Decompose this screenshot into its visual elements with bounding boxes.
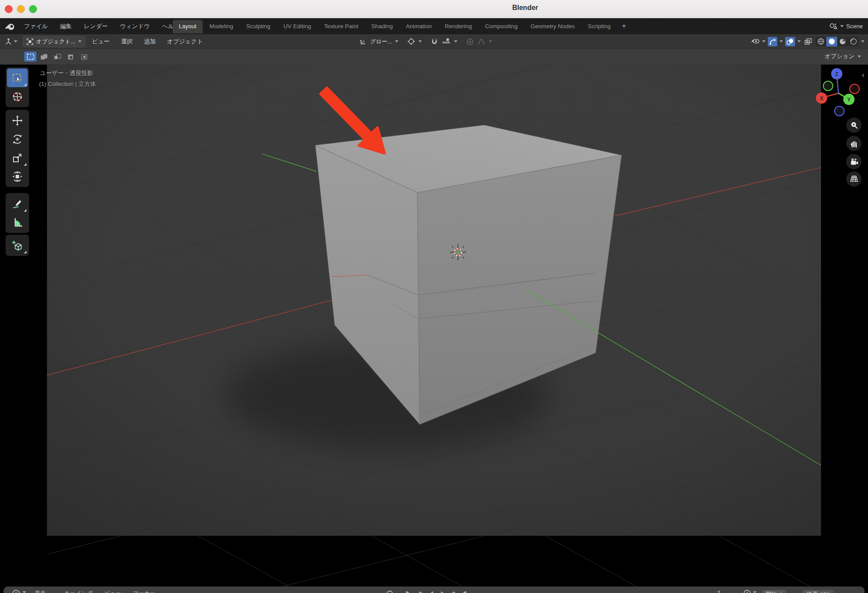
mode-selector[interactable]: オブジェクト...	[23, 36, 85, 47]
tab-geometry-nodes[interactable]: Geometry Nodes	[524, 20, 581, 33]
minimize-button[interactable]	[17, 5, 25, 13]
tab-modeling[interactable]: Modeling	[204, 20, 240, 33]
falloff-curve-icon[interactable]	[477, 38, 486, 46]
clock-icon[interactable]	[12, 590, 20, 593]
frame-end-field[interactable]: 終了 250	[803, 590, 833, 593]
select-set-button[interactable]	[24, 52, 36, 62]
options-dropdown[interactable]: オプション	[825, 52, 861, 60]
tab-layout[interactable]: Layout	[173, 20, 203, 33]
select-extend-button[interactable]	[38, 52, 50, 62]
hand-icon	[850, 139, 858, 148]
chevron-down-icon[interactable]	[454, 40, 457, 43]
pivot-point-icon[interactable]	[407, 37, 415, 46]
ortho-toggle-button[interactable]	[846, 171, 861, 187]
transform-orientation-icon	[359, 38, 367, 46]
menu-file[interactable]: ファイル	[18, 21, 53, 32]
menu-window[interactable]: ウィンドウ	[114, 21, 155, 32]
shading-material-button[interactable]	[837, 37, 848, 46]
tab-shading[interactable]: Shading	[365, 20, 399, 33]
chevron-down-icon	[840, 25, 844, 27]
chevron-down-icon[interactable]	[861, 40, 865, 43]
navigation-gizmo[interactable]: Z X Y	[813, 68, 865, 119]
close-button[interactable]	[5, 5, 13, 13]
tool-move[interactable]	[7, 111, 28, 130]
tab-rendering[interactable]: Rendering	[439, 20, 478, 33]
playback-controls[interactable]	[385, 590, 468, 593]
chevron-down-icon[interactable]	[779, 40, 783, 43]
tab-uv-editing[interactable]: UV Editing	[277, 20, 317, 33]
snap-magnet-icon[interactable]	[431, 38, 438, 46]
gizmo-minus-y-axis[interactable]	[823, 81, 833, 91]
tool-rotate[interactable]	[7, 130, 28, 148]
snap-target-icon[interactable]	[441, 38, 451, 46]
macos-titlebar: Blender	[0, 0, 868, 18]
tool-select-box[interactable]	[7, 69, 28, 87]
transform-icon	[12, 171, 23, 182]
tool-add-cube[interactable]	[7, 236, 28, 255]
tool-cursor[interactable]	[7, 87, 28, 106]
chevron-down-icon[interactable]	[418, 40, 422, 43]
select-invert-button[interactable]	[65, 52, 77, 62]
add-workspace-button[interactable]: +	[618, 20, 630, 33]
chevron-down-icon[interactable]	[395, 40, 398, 43]
toolbar-group-transform	[6, 110, 29, 187]
viewport-header-center: グロー...	[359, 34, 492, 49]
chevron-down-icon[interactable]	[797, 40, 801, 43]
options-label: オプション	[825, 52, 855, 60]
menu-render[interactable]: レンダー	[78, 21, 113, 32]
select-subtract-button[interactable]	[51, 52, 63, 62]
timeline-menu-keying[interactable]: キーイング	[64, 590, 93, 593]
gizmo-minus-z-axis[interactable]	[835, 106, 844, 116]
tool-scale[interactable]	[7, 148, 28, 167]
viewport-3d[interactable]	[0, 64, 868, 593]
timeline-menu-marker[interactable]: マーカー	[133, 590, 156, 593]
chevron-down-icon[interactable]	[489, 40, 492, 43]
prev-keyframe-icon	[417, 591, 423, 593]
zoom-view-button[interactable]	[846, 118, 861, 133]
blender-logo-icon[interactable]	[4, 22, 15, 31]
clock-icon	[743, 590, 751, 593]
play-icon	[441, 591, 445, 593]
shading-solid-button[interactable]	[826, 37, 837, 46]
overlays-toggle[interactable]	[785, 37, 795, 46]
menu-select[interactable]: 選択	[116, 36, 138, 47]
camera-view-button[interactable]	[846, 154, 861, 169]
tab-texture-paint[interactable]: Texture Paint	[318, 20, 365, 33]
menu-edit[interactable]: 編集	[54, 21, 77, 32]
move-icon	[12, 115, 23, 126]
tab-scripting[interactable]: Scripting	[582, 20, 617, 33]
menu-view[interactable]: ビュー	[87, 36, 115, 47]
overlays-icon	[786, 38, 794, 46]
xray-toggle[interactable]	[803, 37, 813, 46]
editor-type-button[interactable]	[4, 38, 17, 46]
gizmos-toggle[interactable]	[768, 37, 777, 46]
menu-object[interactable]: オブジェクト	[162, 36, 208, 47]
tool-annotate[interactable]	[7, 194, 28, 213]
timeline-editor[interactable]: 再生 キーイング ビュー マーカー 1 開始 1 終了 250	[3, 586, 865, 593]
zoom-button[interactable]	[29, 5, 37, 13]
solid-icon	[828, 38, 835, 45]
current-frame-value[interactable]: 1	[717, 590, 720, 593]
frame-end-label: 終了	[806, 590, 818, 593]
tool-transform[interactable]	[7, 167, 28, 186]
orientation-label[interactable]: グロー...	[370, 38, 392, 46]
proportional-editing-icon[interactable]	[466, 38, 474, 46]
shading-wireframe-button[interactable]	[815, 37, 826, 46]
timeline-menu-view[interactable]: ビュー	[104, 590, 122, 593]
frame-start-field[interactable]: 開始 1	[762, 590, 786, 593]
tool-measure[interactable]	[7, 213, 28, 232]
annotate-pencil-icon	[12, 198, 23, 210]
tab-sculpting[interactable]: Sculpting	[240, 20, 276, 33]
gizmo-minus-x-axis[interactable]	[850, 84, 859, 94]
scene-selector[interactable]: Scene	[829, 18, 863, 34]
shading-rendered-button[interactable]	[848, 37, 859, 46]
topbar-menus: ファイル 編集 レンダー ウィンドウ ヘルプ	[4, 18, 186, 34]
pan-view-button[interactable]	[846, 136, 861, 151]
tab-compositing[interactable]: Compositing	[479, 20, 523, 33]
menu-add[interactable]: 追加	[139, 36, 161, 47]
timeline-menu-playback[interactable]: 再生	[35, 590, 46, 593]
chevron-down-icon[interactable]	[762, 40, 766, 43]
tab-animation[interactable]: Animation	[400, 20, 438, 33]
object-visibility-icon[interactable]	[750, 38, 760, 46]
select-intersect-button[interactable]	[78, 52, 90, 62]
